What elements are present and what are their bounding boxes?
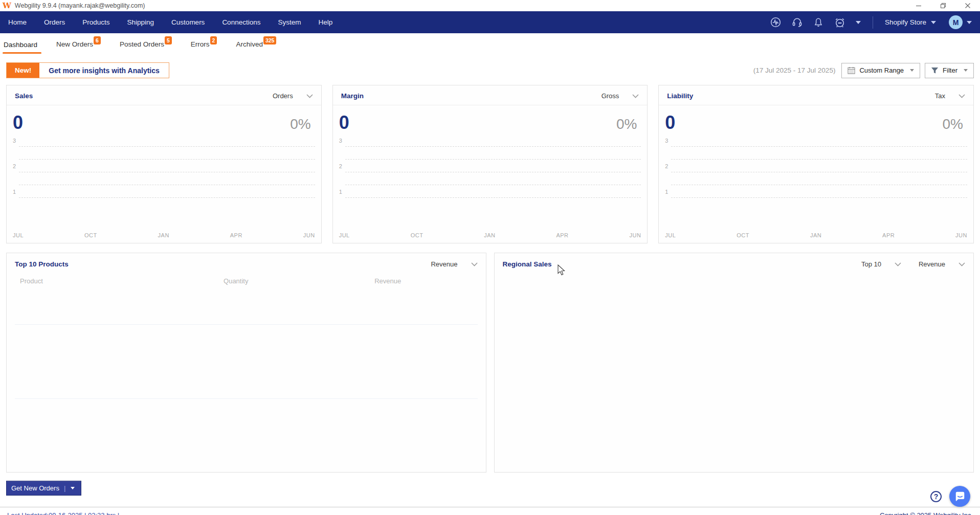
tab-archived[interactable]: Archived325 bbox=[236, 34, 276, 56]
chevron-down-icon bbox=[959, 94, 965, 98]
margin-metric-dropdown[interactable]: Gross bbox=[602, 92, 639, 100]
regional-top-count-dropdown[interactable]: Top 10 bbox=[861, 260, 901, 268]
date-range-text: (17 Jul 2025 - 17 Jul 2025) bbox=[753, 66, 836, 74]
support-headset-icon[interactable] bbox=[791, 16, 803, 28]
x-tick-jun: JUN bbox=[303, 232, 315, 238]
custom-range-caret-icon bbox=[910, 69, 914, 72]
tab-archived-label: Archived bbox=[236, 40, 263, 48]
y-tick-1: 1 bbox=[13, 189, 16, 195]
sales-card-title: Sales bbox=[15, 92, 33, 100]
x-tick-oct: OCT bbox=[411, 232, 424, 238]
store-caret-icon bbox=[931, 21, 936, 24]
webgility-app-window: W Webgility 9.9.4 (mayank.rajak@webgilit… bbox=[0, 0, 980, 515]
activity-icon[interactable] bbox=[770, 16, 782, 28]
liability-card-title: Liability bbox=[667, 92, 693, 100]
nav-item-home[interactable]: Home bbox=[8, 18, 27, 26]
regional-sales-title: Regional Sales bbox=[503, 260, 552, 268]
liability-card: Liability Tax 0 0% 3 2 1 bbox=[658, 85, 974, 243]
posted-orders-count-badge: 5 bbox=[165, 36, 172, 44]
nav-item-help[interactable]: Help bbox=[318, 18, 332, 26]
tab-errors-label: Errors bbox=[191, 40, 210, 48]
x-tick-jan: JAN bbox=[484, 232, 495, 238]
nav-item-customers[interactable]: Customers bbox=[171, 18, 205, 26]
nav-item-products[interactable]: Products bbox=[82, 18, 109, 26]
sales-count-value: 0 bbox=[13, 114, 23, 132]
margin-metric-label: Gross bbox=[602, 92, 619, 100]
gridline bbox=[345, 146, 641, 147]
orders-tabbar: Dashboard New Orders6 Posted Orders5 Err… bbox=[0, 33, 980, 56]
margin-card: Margin Gross 0 0% 3 2 1 bbox=[332, 85, 648, 243]
restore-button[interactable] bbox=[931, 0, 955, 11]
minimize-button[interactable] bbox=[906, 0, 931, 11]
gridline bbox=[19, 197, 315, 198]
x-tick-apr: APR bbox=[882, 232, 895, 238]
close-button[interactable] bbox=[955, 0, 980, 11]
x-tick-jan: JAN bbox=[158, 232, 169, 238]
nav-item-shipping[interactable]: Shipping bbox=[127, 18, 154, 26]
y-tick-1: 1 bbox=[665, 189, 668, 195]
liability-metric-dropdown[interactable]: Tax bbox=[935, 92, 965, 100]
help-icon[interactable]: ? bbox=[930, 491, 942, 502]
scheduler-caret-icon[interactable] bbox=[856, 21, 861, 24]
avatar-caret-icon bbox=[967, 21, 972, 24]
top-products-card: Top 10 Products Revenue Product Quantity… bbox=[6, 253, 486, 473]
chevron-down-icon bbox=[895, 262, 901, 266]
gridline bbox=[19, 159, 315, 160]
gridline bbox=[19, 185, 315, 185]
regional-sales-header: Regional Sales Top 10 Revenue bbox=[495, 253, 974, 273]
get-new-orders-button[interactable]: Get New Orders | bbox=[6, 481, 81, 496]
x-tick-apr: APR bbox=[556, 232, 568, 238]
top-products-column-headers: Product Quantity Revenue bbox=[7, 273, 486, 285]
y-tick-3: 3 bbox=[339, 138, 342, 144]
top-products-metric-label: Revenue bbox=[431, 260, 457, 268]
scheduler-alarm-icon[interactable] bbox=[834, 16, 846, 29]
get-new-orders-caret-icon[interactable] bbox=[71, 487, 75, 489]
custom-range-button[interactable]: Custom Range bbox=[841, 63, 920, 78]
sales-metric-label: Orders bbox=[273, 92, 293, 100]
x-tick-oct: OCT bbox=[84, 232, 97, 238]
nav-item-system[interactable]: System bbox=[278, 18, 301, 26]
tab-errors[interactable]: Errors2 bbox=[191, 34, 217, 56]
store-selector-dropdown[interactable]: Shopify Store bbox=[885, 18, 936, 26]
margin-chart-x-axis: JUL OCT JAN APR JUN bbox=[339, 232, 641, 238]
liability-percent-value: 0% bbox=[943, 117, 963, 131]
chevron-down-icon bbox=[632, 94, 639, 98]
notifications-bell-icon[interactable] bbox=[813, 17, 824, 28]
x-tick-jun: JUN bbox=[955, 232, 967, 238]
top-products-metric-dropdown[interactable]: Revenue bbox=[431, 260, 477, 268]
analytics-banner-button[interactable]: New! Get more insights with Analytics bbox=[6, 62, 169, 78]
user-avatar-dropdown[interactable]: M bbox=[949, 15, 972, 29]
regional-top-count-label: Top 10 bbox=[861, 260, 881, 268]
y-tick-2: 2 bbox=[665, 164, 668, 169]
last-updated-text: Last Updated:09-16-2025 | 02:33 hrs | bbox=[7, 511, 119, 515]
filter-funnel-icon bbox=[931, 67, 939, 74]
column-quantity: Quantity bbox=[224, 277, 374, 285]
filter-caret-icon bbox=[964, 69, 968, 72]
x-tick-jul: JUL bbox=[339, 232, 350, 238]
sales-metric-dropdown[interactable]: Orders bbox=[273, 92, 313, 100]
sales-card-header: Sales Orders bbox=[7, 85, 321, 105]
gridline bbox=[345, 197, 641, 198]
tab-dashboard[interactable]: Dashboard bbox=[4, 34, 37, 56]
chevron-down-icon bbox=[471, 262, 478, 266]
chat-launcher-icon[interactable] bbox=[949, 486, 970, 507]
gridline bbox=[345, 185, 641, 185]
nav-item-connections[interactable]: Connections bbox=[222, 18, 260, 26]
x-tick-jul: JUL bbox=[665, 232, 676, 238]
x-tick-oct: OCT bbox=[737, 232, 749, 238]
errors-count-badge: 2 bbox=[210, 36, 217, 44]
top-products-header: Top 10 Products Revenue bbox=[7, 253, 486, 273]
margin-count-value: 0 bbox=[339, 114, 349, 132]
sales-chart-x-axis: JUL OCT JAN APR JUN bbox=[13, 232, 315, 238]
nav-item-orders[interactable]: Orders bbox=[44, 18, 65, 26]
regional-metric-dropdown[interactable]: Revenue bbox=[919, 260, 965, 268]
x-tick-apr: APR bbox=[230, 232, 242, 238]
sales-metrics: 0 0% bbox=[7, 105, 321, 132]
tab-new-orders[interactable]: New Orders6 bbox=[56, 34, 101, 56]
filter-button[interactable]: Filter bbox=[925, 63, 974, 78]
gridline bbox=[345, 172, 641, 172]
filter-label: Filter bbox=[943, 66, 957, 74]
tab-posted-orders[interactable]: Posted Orders5 bbox=[120, 34, 172, 56]
toolbar-right: (17 Jul 2025 - 17 Jul 2025) Custom Range… bbox=[753, 63, 974, 78]
gridline bbox=[671, 197, 967, 198]
